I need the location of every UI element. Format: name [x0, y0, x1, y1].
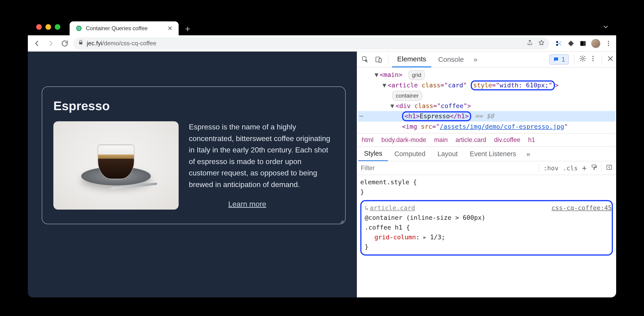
share-icon[interactable] — [526, 39, 533, 47]
subtab-computed[interactable]: Computed — [389, 147, 431, 161]
learn-more-link[interactable]: Learn more — [228, 198, 266, 210]
issues-count: 1 — [562, 56, 565, 63]
devtools-menu-button[interactable] — [590, 55, 596, 64]
coffee-image — [53, 121, 179, 210]
profile-avatar[interactable] — [591, 39, 600, 48]
demo-page: Espresso Espresso is the name — [28, 52, 357, 297]
window-controls — [35, 19, 70, 35]
subtab-styles[interactable]: Styles — [358, 147, 388, 161]
zoom-window-button[interactable] — [55, 24, 60, 30]
img-src-link[interactable]: /assets/img/demo/cof-espresso.jpg — [440, 123, 564, 130]
resize-handle-icon[interactable] — [339, 217, 344, 223]
back-button[interactable] — [32, 38, 42, 49]
svg-point-19 — [592, 60, 594, 61]
svg-rect-22 — [607, 165, 612, 169]
url-text: jec.fyi/demo/css-cq-coffee — [87, 40, 156, 47]
chrome-window: Container Queries coffee ✕ ＋ jec.fyi/dem… — [28, 19, 616, 297]
tab-console[interactable]: Console — [433, 52, 469, 67]
selected-dom-node[interactable]: ⋯ <h1>Espresso</h1> == $0 — [358, 111, 615, 121]
subtabs-overflow-button[interactable]: » — [524, 150, 533, 158]
svg-rect-20 — [592, 165, 596, 167]
card-description: Espresso is the name of a highly concent… — [189, 121, 334, 191]
tabs-overflow-button[interactable]: » — [471, 56, 480, 63]
close-tab-button[interactable]: ✕ — [168, 25, 172, 32]
chrome-menu-button[interactable] — [604, 40, 612, 47]
hov-toggle-button[interactable]: :hov — [543, 165, 558, 172]
svg-rect-21 — [594, 168, 595, 170]
crumb[interactable]: main — [434, 136, 448, 143]
address-bar[interactable]: jec.fyi/demo/css-cq-coffee — [73, 37, 549, 50]
devtools-close-button[interactable] — [607, 55, 614, 64]
svg-rect-3 — [79, 42, 82, 44]
extensions-icon[interactable] — [567, 40, 575, 47]
toolbar-actions — [552, 39, 612, 48]
crumb[interactable]: article.card — [456, 136, 486, 143]
subtab-layout[interactable]: Layout — [432, 147, 463, 161]
devtools-tabbar: Elements Console » 1 — [357, 52, 616, 67]
card-text-column: Espresso is the name of a highly concent… — [189, 121, 334, 210]
minimize-window-button[interactable] — [46, 24, 51, 30]
container-badge[interactable]: container — [392, 91, 422, 101]
svg-point-4 — [556, 41, 558, 43]
svg-rect-14 — [379, 59, 382, 62]
svg-point-9 — [608, 41, 609, 42]
svg-point-11 — [608, 45, 609, 46]
new-tab-button[interactable]: ＋ — [182, 23, 194, 34]
styles-filter-input[interactable] — [361, 165, 535, 172]
scissors-icon[interactable] — [555, 40, 563, 47]
browser-tab[interactable]: Container Queries coffee ✕ — [70, 21, 179, 35]
tab-strip: Container Queries coffee ✕ ＋ — [28, 19, 616, 35]
svg-rect-8 — [584, 41, 586, 46]
new-rule-button[interactable]: + — [582, 163, 587, 173]
favicon-icon — [76, 25, 82, 32]
forward-button[interactable] — [46, 38, 56, 49]
grid-badge[interactable]: grid — [408, 70, 425, 80]
card-title: Espresso — [53, 98, 334, 113]
svg-point-17 — [592, 56, 594, 57]
inspect-element-button[interactable] — [359, 54, 371, 65]
styles-filter-bar: :hov .cls + — [357, 161, 616, 175]
crumb[interactable]: html — [362, 136, 374, 143]
content-area: Espresso Espresso is the name — [28, 52, 616, 297]
device-toggle-button[interactable] — [373, 54, 384, 65]
lock-icon — [78, 40, 84, 47]
reload-button[interactable] — [60, 38, 70, 49]
cls-toggle-button[interactable]: .cls — [562, 165, 578, 172]
side-panel-icon[interactable] — [579, 40, 587, 47]
crumb[interactable]: h1 — [528, 136, 535, 143]
h1-node-highlight: <h1>Espresso</h1> — [402, 111, 471, 121]
container-jump-link[interactable]: article.card — [370, 204, 415, 211]
source-link[interactable]: css-cq-coffee:45 — [552, 203, 612, 213]
subtab-event-listeners[interactable]: Event Listeners — [464, 147, 522, 161]
close-window-button[interactable] — [36, 24, 42, 30]
window-dropdown-button[interactable] — [602, 19, 609, 35]
dom-breadcrumbs[interactable]: html body.dark-mode main article.card di… — [357, 133, 616, 147]
tab-elements[interactable]: Elements — [392, 52, 431, 67]
devtools-panel: Elements Console » 1 — [357, 52, 616, 297]
crumb[interactable]: div.coffee — [494, 136, 520, 143]
styles-subtabs: Styles Computed Layout Event Listeners » — [357, 147, 616, 161]
element-style-rule[interactable]: element.style { } — [360, 177, 613, 198]
issues-button[interactable]: 1 — [549, 54, 569, 65]
container-query-rule[interactable]: css-cq-coffee:45 ↳article.card @containe… — [360, 200, 613, 256]
svg-point-18 — [592, 58, 594, 59]
svg-point-5 — [556, 44, 558, 46]
svg-point-16 — [582, 58, 584, 60]
style-attribute-highlight: style="width: 610px;" — [471, 80, 555, 90]
paint-icon[interactable] — [591, 164, 597, 172]
settings-gear-button[interactable] — [579, 55, 586, 64]
dom-tree[interactable]: ▼<main> grid ▼<article class="card" styl… — [357, 67, 616, 133]
tab-title: Container Queries coffee — [86, 25, 148, 32]
svg-point-2 — [78, 28, 80, 29]
bookmark-icon[interactable] — [538, 39, 545, 47]
svg-point-10 — [608, 43, 609, 44]
coffee-card: Espresso Espresso is the name — [42, 86, 346, 224]
computed-toggle-icon[interactable] — [606, 164, 612, 172]
styles-pane[interactable]: element.style { } css-cq-coffee:45 ↳arti… — [357, 175, 616, 297]
crumb[interactable]: body.dark-mode — [382, 136, 426, 143]
browser-toolbar: jec.fyi/demo/css-cq-coffee — [28, 35, 616, 52]
row-actions-icon[interactable]: ⋯ — [359, 111, 364, 121]
